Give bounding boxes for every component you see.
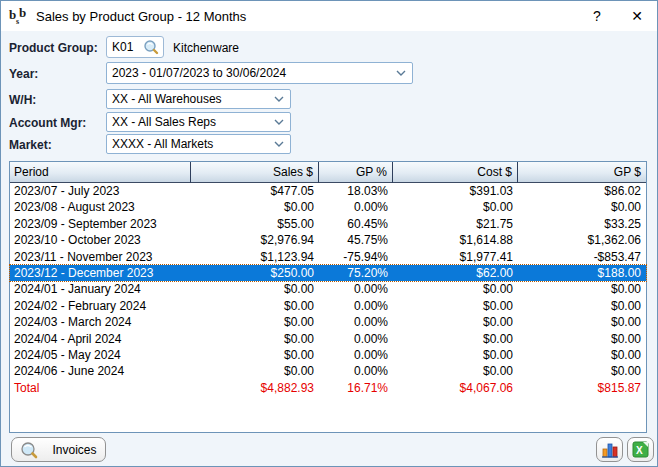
table-cell: $0.00 [191, 298, 319, 314]
table-cell: $0.00 [393, 298, 518, 314]
table-cell: $0.00 [518, 298, 646, 314]
market-select-value: XXXX - All Markets [107, 137, 274, 151]
app-icon: b s b [8, 5, 30, 27]
table-cell: 2023/12 - December 2023 [10, 265, 191, 281]
table-cell: $0.00 [393, 363, 518, 379]
header-cell-gp[interactable]: GP $ [518, 162, 646, 183]
year-select-value: 2023 - 01/07/2023 to 30/06/2024 [107, 66, 396, 80]
header-cell-period[interactable]: Period [10, 162, 191, 183]
table-cell: 0.00% [319, 314, 393, 330]
table-cell: $1,123.94 [191, 249, 319, 265]
svg-text:X: X [636, 445, 643, 456]
table-cell: 2024/06 - June 2024 [10, 363, 191, 379]
table-cell: 0.00% [319, 298, 393, 314]
table-cell: $0.00 [518, 199, 646, 215]
sales-table: Period Sales $ GP % Cost $ GP $ 2023/07 … [9, 161, 647, 433]
table-cell: $0.00 [518, 281, 646, 297]
table-cell: -$853.47 [518, 249, 646, 265]
table-cell: 16.71% [319, 380, 393, 396]
excel-icon: X [632, 441, 649, 458]
chevron-down-icon [274, 141, 284, 147]
table-cell: 2023/10 - October 2023 [10, 232, 191, 248]
header-cell-gp-pct[interactable]: GP % [319, 162, 393, 183]
table-cell: $0.00 [393, 314, 518, 330]
table-cell: 2024/02 - February 2024 [10, 298, 191, 314]
table-cell: 75.20% [319, 265, 393, 281]
table-row[interactable]: 2024/05 - May 2024$0.000.00%$0.00$0.00 [10, 347, 646, 363]
table-cell: $33.25 [518, 216, 646, 232]
table-cell: $1,977.41 [393, 249, 518, 265]
table-cell: $1,614.88 [393, 232, 518, 248]
warehouse-select[interactable]: XX - All Warehouses [106, 89, 291, 109]
table-row[interactable]: 2024/01 - January 2024$0.000.00%$0.00$0.… [10, 281, 646, 297]
table-cell: 2024/05 - May 2024 [10, 347, 191, 363]
table-cell: $21.75 [393, 216, 518, 232]
table-cell: 45.75% [319, 232, 393, 248]
table-cell: Total [10, 380, 191, 396]
table-row[interactable]: 2024/06 - June 2024$0.000.00%$0.00$0.00 [10, 363, 646, 379]
table-row[interactable]: 2023/12 - December 2023$250.0075.20%$62.… [10, 265, 646, 281]
table-cell: 0.00% [319, 347, 393, 363]
table-cell: 18.03% [319, 183, 393, 199]
table-cell: $1,362.06 [518, 232, 646, 248]
table-cell: 60.45% [319, 216, 393, 232]
table-cell: $477.05 [191, 183, 319, 199]
table-cell: 2024/01 - January 2024 [10, 281, 191, 297]
table-row[interactable]: 2024/03 - March 2024$0.000.00%$0.00$0.00 [10, 314, 646, 330]
product-group-name: Kitchenware [173, 41, 239, 55]
product-group-label: Product Group: [9, 41, 98, 55]
table-cell: $0.00 [191, 199, 319, 215]
chart-button[interactable] [596, 437, 623, 462]
table-cell: $815.87 [518, 380, 646, 396]
help-button[interactable]: ? [577, 1, 617, 31]
table-row[interactable]: 2023/10 - October 2023$2,976.9445.75%$1,… [10, 232, 646, 248]
invoices-button[interactable]: Invoices [11, 437, 106, 462]
account-mgr-select[interactable]: XX - All Sales Reps [106, 112, 291, 132]
table-cell: 2023/09 - September 2023 [10, 216, 191, 232]
table-row[interactable]: 2023/09 - September 2023$55.0060.45%$21.… [10, 216, 646, 232]
svg-text:b: b [19, 5, 26, 20]
bar-chart-icon [601, 441, 619, 458]
market-select[interactable]: XXXX - All Markets [106, 134, 291, 154]
table-cell: 0.00% [319, 281, 393, 297]
table-cell: 2023/07 - July 2023 [10, 183, 191, 199]
table-cell: 0.00% [319, 363, 393, 379]
table-cell: $86.02 [518, 183, 646, 199]
close-button[interactable]: ✕ [617, 1, 657, 31]
table-cell: 0.00% [319, 199, 393, 215]
table-row[interactable]: 2023/07 - July 2023$477.0518.03%$391.03$… [10, 183, 646, 199]
chevron-down-icon [274, 96, 284, 102]
chevron-down-icon [396, 70, 406, 76]
table-body: 2023/07 - July 2023$477.0518.03%$391.03$… [10, 183, 646, 396]
header-cell-cost[interactable]: Cost $ [393, 162, 518, 183]
table-row[interactable]: 2024/02 - February 2024$0.000.00%$0.00$0… [10, 298, 646, 314]
titlebar: b s b Sales by Product Group - 12 Months… [1, 1, 657, 31]
table-row[interactable]: 2023/08 - August 2023$0.000.00%$0.00$0.0… [10, 199, 646, 215]
table-row[interactable]: 2023/11 - November 2023$1,123.94-75.94%$… [10, 249, 646, 265]
table-cell: $0.00 [518, 347, 646, 363]
product-group-lookup-icon[interactable] [143, 39, 159, 55]
table-cell: $0.00 [191, 281, 319, 297]
market-label: Market: [9, 138, 52, 152]
table-cell: $0.00 [518, 363, 646, 379]
table-cell: $55.00 [191, 216, 319, 232]
table-row[interactable]: 2024/04 - April 2024$0.000.00%$0.00$0.00 [10, 331, 646, 347]
table-cell: $0.00 [393, 331, 518, 347]
table-cell: $0.00 [518, 331, 646, 347]
table-cell: $4,882.93 [191, 380, 319, 396]
table-cell: $2,976.94 [191, 232, 319, 248]
warehouse-select-value: XX - All Warehouses [107, 92, 274, 106]
table-cell: 2023/08 - August 2023 [10, 199, 191, 215]
invoices-button-label: Invoices [52, 443, 96, 457]
table-cell: 0.00% [319, 331, 393, 347]
chevron-down-icon [274, 119, 284, 125]
header-cell-sales[interactable]: Sales $ [191, 162, 319, 183]
table-cell: $250.00 [191, 265, 319, 281]
export-button[interactable]: X [627, 437, 654, 462]
window-title: Sales by Product Group - 12 Months [36, 9, 246, 24]
year-select[interactable]: 2023 - 01/07/2023 to 30/06/2024 [106, 62, 413, 84]
total-row[interactable]: Total$4,882.9316.71%$4,067.06$815.87 [10, 380, 646, 396]
table-cell: $0.00 [393, 199, 518, 215]
table-cell: $188.00 [518, 265, 646, 281]
table-cell: $0.00 [393, 347, 518, 363]
